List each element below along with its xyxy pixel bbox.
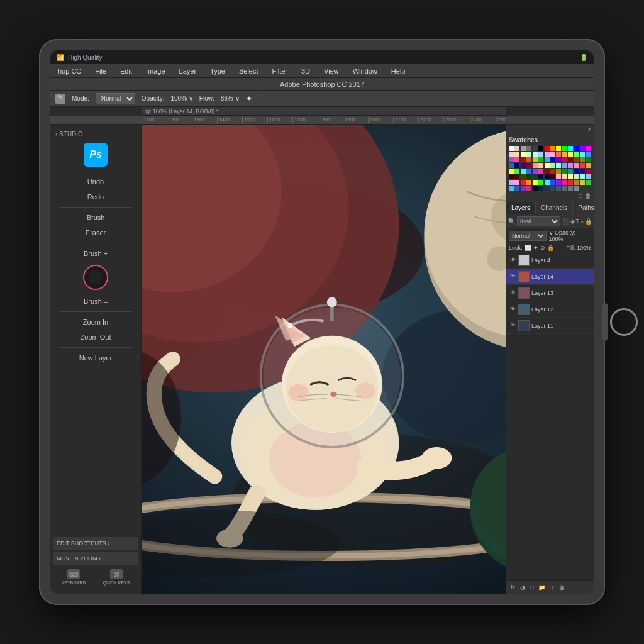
layer-row[interactable]: 👁Layer 12 bbox=[506, 301, 594, 318]
color-swatch[interactable] bbox=[568, 169, 573, 174]
color-swatch[interactable] bbox=[586, 152, 591, 157]
color-swatch[interactable] bbox=[538, 186, 543, 191]
color-swatch[interactable] bbox=[550, 186, 555, 191]
color-swatch[interactable] bbox=[550, 163, 555, 168]
color-swatch[interactable] bbox=[580, 157, 585, 162]
menu-item-view[interactable]: View bbox=[321, 66, 341, 76]
move-zoom-button[interactable]: MOVE & ZOOM › bbox=[53, 552, 138, 565]
color-swatch[interactable] bbox=[550, 146, 555, 151]
color-swatch[interactable] bbox=[586, 146, 591, 151]
color-swatch[interactable] bbox=[568, 146, 573, 151]
studio-toggle[interactable]: ‹ STUDIO bbox=[50, 128, 141, 140]
layer-row[interactable]: 👁Layer 13 bbox=[506, 285, 594, 301]
close-button[interactable]: × bbox=[587, 126, 591, 133]
color-swatch[interactable] bbox=[556, 169, 561, 174]
color-swatch[interactable] bbox=[526, 163, 531, 168]
color-swatch[interactable] bbox=[533, 146, 538, 151]
filter-adjust-icon[interactable]: ◈ bbox=[570, 218, 575, 225]
color-swatch[interactable] bbox=[509, 152, 514, 157]
color-swatch[interactable] bbox=[556, 152, 561, 157]
color-swatch[interactable] bbox=[562, 186, 567, 191]
color-swatch[interactable] bbox=[574, 146, 579, 151]
color-swatch[interactable] bbox=[514, 174, 519, 179]
layer-mask-button[interactable]: □ bbox=[528, 583, 535, 592]
color-swatch[interactable] bbox=[574, 157, 579, 162]
color-swatch[interactable] bbox=[545, 157, 550, 162]
zoom-out-button[interactable]: Zoom Out bbox=[50, 330, 141, 345]
lock-all-icon[interactable]: 🔒 bbox=[547, 245, 554, 251]
color-swatch[interactable] bbox=[550, 180, 555, 185]
color-swatch[interactable] bbox=[533, 157, 538, 162]
layer-visibility-icon[interactable]: 👁 bbox=[509, 289, 516, 297]
layer-visibility-icon[interactable]: 👁 bbox=[509, 257, 516, 264]
color-swatch[interactable] bbox=[521, 146, 526, 151]
color-swatch[interactable] bbox=[514, 169, 519, 174]
color-swatch[interactable] bbox=[580, 169, 585, 174]
brush-increase-button[interactable]: Brush + bbox=[50, 246, 141, 261]
color-swatch[interactable] bbox=[562, 169, 567, 174]
eraser-button[interactable]: Eraser bbox=[50, 225, 141, 240]
color-swatch[interactable] bbox=[580, 146, 585, 151]
new-layer-button[interactable]: New Layer bbox=[50, 350, 141, 365]
color-swatch[interactable] bbox=[533, 163, 538, 168]
color-swatch[interactable] bbox=[526, 169, 531, 174]
color-swatch[interactable] bbox=[526, 186, 531, 191]
filter-shape-icon[interactable]: ⬦ bbox=[580, 218, 584, 225]
color-swatch[interactable] bbox=[545, 186, 550, 191]
color-swatch[interactable] bbox=[533, 180, 538, 185]
color-swatch[interactable] bbox=[538, 157, 543, 162]
color-swatch[interactable] bbox=[545, 180, 550, 185]
color-swatch[interactable] bbox=[562, 174, 567, 179]
color-swatch[interactable] bbox=[568, 180, 573, 185]
canvas-area[interactable] bbox=[142, 125, 506, 594]
color-swatch[interactable] bbox=[574, 169, 579, 174]
color-swatch[interactable] bbox=[580, 152, 585, 157]
lock-artboard-icon[interactable]: ⊘ bbox=[540, 245, 545, 251]
color-swatch[interactable] bbox=[562, 146, 567, 151]
color-swatch[interactable] bbox=[562, 180, 567, 185]
color-swatch[interactable] bbox=[580, 174, 585, 179]
color-swatch[interactable] bbox=[526, 152, 531, 157]
color-swatch[interactable] bbox=[568, 157, 573, 162]
menu-item-select[interactable]: Select bbox=[236, 66, 261, 76]
color-swatch[interactable] bbox=[586, 169, 591, 174]
color-swatch[interactable] bbox=[514, 163, 519, 168]
color-swatch[interactable] bbox=[533, 174, 538, 179]
color-swatch[interactable] bbox=[550, 157, 555, 162]
menu-item-image[interactable]: Image bbox=[143, 66, 168, 76]
color-swatch[interactable] bbox=[509, 174, 514, 179]
color-swatch[interactable] bbox=[509, 157, 514, 162]
color-swatch[interactable] bbox=[556, 174, 561, 179]
layer-row[interactable]: 👁Layer 14 bbox=[506, 269, 594, 285]
color-swatch[interactable] bbox=[545, 174, 550, 179]
menu-item-filter[interactable]: Filter bbox=[270, 66, 290, 76]
layer-visibility-icon[interactable]: 👁 bbox=[509, 322, 516, 330]
color-swatch[interactable] bbox=[550, 169, 555, 174]
lock-pixels-icon[interactable]: ⬜ bbox=[525, 245, 531, 251]
color-swatch[interactable] bbox=[556, 186, 561, 191]
color-swatch[interactable] bbox=[538, 163, 543, 168]
opacity-value[interactable]: 100% ∨ bbox=[170, 95, 192, 102]
color-swatch[interactable] bbox=[521, 152, 526, 157]
layer-row[interactable]: 👁Layer 11 bbox=[506, 318, 594, 334]
color-swatch[interactable] bbox=[586, 180, 591, 185]
color-swatch[interactable] bbox=[514, 186, 519, 191]
color-swatch[interactable] bbox=[538, 180, 543, 185]
smoothing-icon[interactable]: ⌒ bbox=[258, 94, 265, 103]
color-swatch[interactable] bbox=[568, 174, 573, 179]
color-swatch[interactable] bbox=[586, 157, 591, 162]
color-swatch[interactable] bbox=[526, 146, 531, 151]
color-swatch[interactable] bbox=[521, 157, 526, 162]
color-swatch[interactable] bbox=[514, 180, 519, 185]
color-swatch[interactable] bbox=[538, 169, 543, 174]
layer-adjustment-button[interactable]: ◑ bbox=[518, 583, 527, 592]
color-swatch[interactable] bbox=[586, 174, 591, 179]
color-swatch[interactable] bbox=[521, 174, 526, 179]
color-swatch[interactable] bbox=[526, 180, 531, 185]
color-swatch[interactable] bbox=[556, 163, 561, 168]
color-swatch[interactable] bbox=[509, 186, 514, 191]
layer-delete-button[interactable]: 🗑 bbox=[557, 583, 567, 592]
color-swatch[interactable] bbox=[562, 163, 567, 168]
color-swatch[interactable] bbox=[574, 163, 579, 168]
color-swatch[interactable] bbox=[526, 174, 531, 179]
